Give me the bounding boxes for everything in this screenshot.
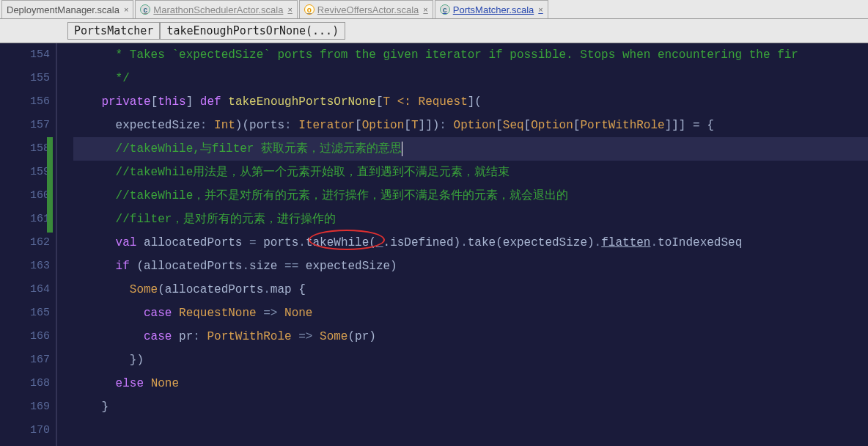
line-number: 163	[0, 255, 50, 278]
tab-revive-offers[interactable]: o ReviveOffersActor.scala ×	[299, 0, 433, 18]
line-number: 162	[0, 231, 50, 255]
code-line: Some(allocatedPorts.map {	[73, 278, 868, 301]
close-icon[interactable]: ×	[286, 5, 292, 14]
tab-label: PortsMatcher.scala	[453, 4, 534, 15]
line-number: 168	[0, 372, 50, 395]
code-line-current: //takeWhile,与filter 获取元素，过滤元素的意思	[73, 137, 868, 161]
close-icon[interactable]: ×	[537, 5, 542, 14]
scala-object-icon: o	[304, 4, 315, 15]
line-number: 165	[0, 301, 50, 325]
line-number: 158	[0, 137, 50, 161]
code-line: //filter，是对所有的元素，进行操作的	[73, 208, 868, 231]
tab-bar: DeploymentManager.scala × c MarathonSche…	[0, 0, 868, 19]
change-marker	[47, 137, 53, 233]
tab-ports-matcher[interactable]: c PortsMatcher.scala ×	[435, 0, 548, 18]
code-line: }	[73, 395, 868, 419]
close-icon[interactable]: ×	[422, 5, 427, 14]
line-number: 155	[0, 67, 50, 90]
tab-deployment-manager[interactable]: DeploymentManager.scala ×	[1, 0, 133, 18]
tab-label: ReviveOffersActor.scala	[317, 4, 419, 15]
code-line: */	[73, 67, 868, 90]
breadcrumb-class[interactable]: PortsMatcher	[67, 22, 160, 40]
gutter-change-column	[57, 43, 67, 446]
line-number: 157	[0, 114, 50, 137]
line-number: 161	[0, 208, 50, 231]
scala-class-icon: c	[440, 4, 450, 15]
breadcrumb-method[interactable]: takeEnoughPortsOrNone(...)	[160, 22, 345, 40]
code-line: * Takes `expectedSize` ports from the gi…	[73, 43, 868, 67]
line-number: 164	[0, 278, 50, 301]
code-line: else None	[73, 372, 868, 395]
line-number: 156	[0, 90, 50, 114]
line-number: 154	[0, 43, 50, 67]
close-icon[interactable]: ×	[122, 5, 128, 14]
scala-class-icon: c	[140, 4, 150, 15]
line-number: 167	[0, 348, 50, 372]
code-line: })	[73, 348, 868, 372]
text-cursor	[402, 142, 402, 156]
code-line: expectedSize: Int)(ports: Iterator[Optio…	[73, 114, 868, 137]
code-line: private[this] def takeEnoughPortsOrNone[…	[73, 90, 868, 114]
code-line: if (allocatedPorts.size == expectedSize)	[73, 255, 868, 278]
code-line	[73, 419, 868, 442]
code-line: //takeWhile，并不是对所有的元素，进行操作，遇到不满足条件的元素，就会…	[73, 184, 868, 208]
code-line: case RequestNone => None	[73, 301, 868, 325]
breadcrumb-bar: PortsMatcher takeEnoughPortsOrNone(...)	[0, 19, 868, 43]
line-number: 166	[0, 325, 50, 348]
tab-marathon-scheduler[interactable]: c MarathonSchedulerActor.scala ×	[135, 0, 297, 18]
code-line: case pr: PortWithRole => Some(pr)	[73, 325, 868, 348]
line-number: 169	[0, 395, 50, 419]
line-number: 160	[0, 184, 50, 208]
editor: 1541551561571581591601611621631641651661…	[0, 43, 868, 446]
code-area[interactable]: * Takes `expectedSize` ports from the gi…	[67, 43, 868, 446]
line-number: 159	[0, 161, 50, 184]
gutter: 1541551561571581591601611621631641651661…	[0, 43, 57, 446]
tab-label: MarathonSchedulerActor.scala	[153, 4, 283, 15]
code-line: val allocatedPorts = ports.takeWhile(_.i…	[73, 231, 868, 255]
tab-label: DeploymentManager.scala	[7, 4, 119, 15]
line-number: 170	[0, 419, 50, 442]
code-line: //takeWhile用法是，从第一个元素开始取，直到遇到不满足元素，就结束	[73, 161, 868, 184]
